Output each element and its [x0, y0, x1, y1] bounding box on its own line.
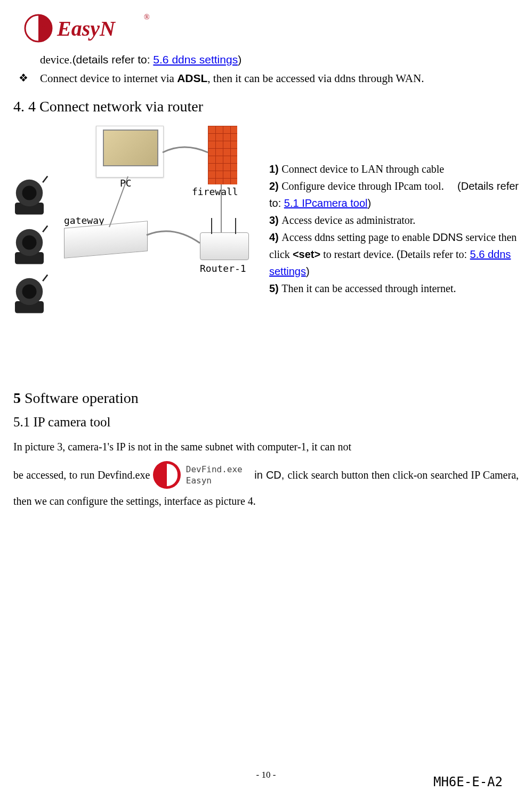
link-5-6-ddns-top[interactable]: 5.6 ddns settings	[153, 53, 238, 66]
svg-point-8	[22, 186, 37, 200]
svg-line-9	[43, 176, 47, 183]
step-4: 4) Access ddns setting page to enable DD…	[269, 229, 519, 280]
svg-point-2	[31, 26, 35, 30]
brand-logo: EasyN ®	[24, 13, 519, 43]
camera-icon	[5, 174, 53, 222]
device-line: device.(details refer to: 5.6 ddns setti…	[40, 51, 519, 69]
svg-line-17	[43, 275, 47, 281]
firewall-label: firewall	[192, 186, 238, 197]
step-2: 2) Configure device through IPcam tool. …	[269, 177, 519, 212]
network-diagram: PC firewall gateway Router-1	[13, 123, 269, 315]
diamond-bullet-icon: ❖	[19, 69, 40, 88]
para-5-1: In picture 3, camera-1's IP is not in th…	[13, 438, 519, 510]
heading-5-1: 5.1 IP camera tool	[13, 415, 519, 430]
bullet-adsl: Connect device to internet via ADSL, the…	[40, 69, 424, 88]
svg-text:®: ®	[144, 13, 150, 21]
svg-point-12	[22, 236, 37, 250]
svg-line-13	[43, 226, 47, 232]
firewall-icon	[208, 126, 237, 184]
router-label: Router-1	[200, 263, 246, 274]
svg-point-3	[42, 26, 46, 30]
svg-point-16	[22, 285, 37, 299]
doc-code: MH6E-E-A2	[433, 774, 503, 789]
pc-label: PC	[120, 177, 132, 189]
router-icon	[200, 232, 249, 260]
heading-5: 5 Software operation	[13, 390, 519, 407]
link-5-1-ipcamera[interactable]: 5.1 IPcamera tool	[284, 197, 368, 209]
camera-icon	[5, 272, 53, 320]
step-1: 1) Connect device to LAN through cable	[269, 160, 519, 177]
svg-text:EasyN: EasyN	[57, 17, 116, 41]
gateway-label: gateway	[64, 215, 104, 226]
step-5: 5) Then it can be accessed through inter…	[269, 280, 519, 297]
gateway-icon	[64, 221, 148, 259]
camera-icon	[5, 223, 53, 271]
step-3: 3) Access device as administrator.	[269, 212, 519, 229]
heading-4-4: 4. 4 Connect network via router	[13, 98, 519, 115]
devfind-exe-icon: DevFind.exe Easyn	[153, 460, 252, 492]
